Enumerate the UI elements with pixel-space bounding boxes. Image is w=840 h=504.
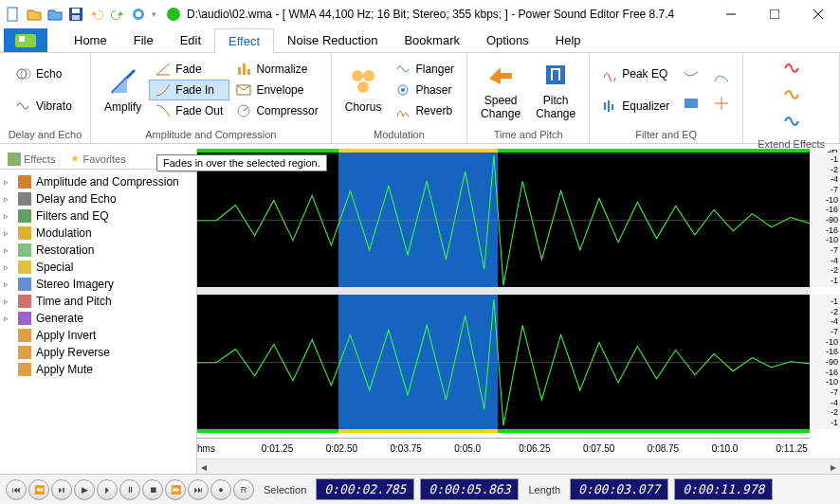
close-button[interactable] [796,0,840,28]
qat-dropdown-icon[interactable]: ▾ [152,9,156,19]
normalize-button[interactable]: Normalize [229,59,324,80]
effects-tab[interactable]: Effects [0,149,63,169]
scroll-right-icon[interactable]: ▸ [827,460,840,474]
expander-icon[interactable]: ▹ [4,228,13,238]
amplify-button[interactable]: Amplify [97,63,149,117]
filter-icon-2[interactable] [682,94,701,113]
tree-item[interactable]: ▹Modulation [2,225,194,242]
fade-out-button[interactable]: Fade Out [149,100,229,121]
expander-icon[interactable]: ▹ [4,245,13,255]
record-icon[interactable] [131,7,146,22]
chorus-button[interactable]: Chorus [338,63,390,117]
effects-tree: ▹Amplitude and Compression▹Delay and Ech… [0,170,196,382]
time-axis: hms0:01.250:02.500:03.750:05.00:06.250:0… [197,438,810,459]
tree-item[interactable]: ▹Generate [2,310,194,327]
tree-item[interactable]: ▹Restoration [2,242,194,259]
transport-btn-8[interactable]: ⏭ [188,479,209,500]
tab-help[interactable]: Help [542,28,594,52]
tree-icon [17,208,32,224]
filter-icon-3[interactable] [712,67,731,86]
expander-icon[interactable]: ▹ [4,262,13,272]
transport-btn-3[interactable]: ▶ [74,479,95,500]
group-filter-eq-label: Filter and EQ [590,127,742,143]
filter-icon-4[interactable] [712,94,731,113]
tree-item[interactable]: Apply Mute [2,361,194,378]
fade-in-icon [155,82,171,98]
title-wrap: D:\audio\02.wma - [ WMA 44,100 Hz; 16 Bi… [162,7,709,22]
fade-in-button[interactable]: Fade In [149,80,229,100]
right-channel[interactable] [197,295,810,429]
tree-item[interactable]: Apply Invert [2,327,194,344]
open-icon[interactable] [27,7,42,22]
h-scrollbar[interactable]: ◂ ▸ [197,459,840,474]
filter-icon-1[interactable] [682,67,701,86]
pitch-change-button[interactable]: Pitch Change [528,56,583,124]
transport-btn-9[interactable]: ● [210,479,231,500]
svg-rect-40 [18,346,31,359]
selection-ruler-bottom[interactable] [197,429,810,433]
transport-btn-0[interactable]: ⏮ [6,479,27,500]
expander-icon[interactable]: ▹ [4,297,13,306]
compressor-button[interactable]: Compressor [229,100,324,121]
scroll-left-icon[interactable]: ◂ [197,460,210,474]
left-channel[interactable] [197,153,810,287]
tree-item[interactable]: ▹Special [2,259,194,276]
tree-icon [17,294,32,309]
transport-btn-2[interactable]: ⏯ [51,479,72,500]
transport-btn-6[interactable]: ⏹ [142,479,163,500]
fade-button[interactable]: Fade [149,59,229,80]
transport-btn-5[interactable]: ⏸ [119,479,140,500]
tree-item[interactable]: ▹Stereo Imagery [2,276,194,293]
tree-item[interactable]: ▹Amplitude and Compression [2,173,194,190]
redo-icon[interactable] [110,7,125,22]
flanger-button[interactable]: Flanger [389,59,461,80]
undo-icon[interactable] [89,7,104,22]
tree-item[interactable]: ▹Filters and EQ [2,207,194,225]
expander-icon[interactable]: ▹ [4,177,13,187]
speed-change-button[interactable]: Speed Change [473,56,528,124]
equalizer-button[interactable]: Equalizer [595,96,676,117]
tree-label: Apply Invert [36,329,96,342]
minimize-button[interactable] [709,0,753,28]
waveform-area: dB -1-2-4-7-10-16-90-16-10-7-4-2-1 -1-2-… [197,149,840,474]
expander-icon[interactable]: ▹ [4,314,13,323]
group-modulation-label: Modulation [332,127,466,143]
expander-icon[interactable]: ▹ [4,194,13,204]
tab-home[interactable]: Home [61,28,120,52]
tree-item[interactable]: ▹Delay and Echo [2,190,194,207]
expander-icon[interactable]: ▹ [4,279,13,289]
vibrato-button[interactable]: Vibrato [9,96,79,117]
extend-icon-1[interactable] [782,59,801,78]
phaser-button[interactable]: Phaser [389,80,461,100]
open2-icon[interactable] [47,7,63,22]
tab-noise-reduction[interactable]: Noise Reduction [274,28,391,52]
echo-button[interactable]: Echo [9,63,68,84]
tab-file[interactable]: File [120,28,167,52]
new-icon[interactable] [6,7,21,22]
maximize-button[interactable] [753,0,796,28]
transport-btn-10[interactable]: R [233,479,254,500]
selection-end: 0:00:05.863 [420,478,519,500]
peak-eq-button[interactable]: Peak EQ [595,63,676,84]
transport-btn-1[interactable]: ⏪ [28,479,49,500]
tree-item[interactable]: Apply Reverse [2,344,194,361]
tab-options[interactable]: Options [473,28,542,52]
svg-rect-35 [18,261,31,274]
reverb-button[interactable]: Reverb [389,100,461,121]
favorites-tab[interactable]: ★Favorites [63,149,133,169]
tab-bookmark[interactable]: Bookmark [391,28,473,52]
speed-icon [485,60,516,90]
tab-effect[interactable]: Effect [214,28,274,53]
tree-label: Modulation [36,226,92,240]
envelope-button[interactable]: Envelope [229,80,324,100]
tree-item[interactable]: ▹Time and Pitch [2,293,194,310]
tab-edit[interactable]: Edit [167,28,214,52]
expander-icon[interactable]: ▹ [4,211,13,221]
save-icon[interactable] [68,7,83,22]
file-tab-button[interactable] [4,28,47,52]
extend-icon-2[interactable] [782,85,801,104]
ribbon-tabs: Home File Edit Effect Noise Reduction Bo… [0,28,840,53]
transport-btn-7[interactable]: ⏩ [165,479,186,500]
transport-btn-4[interactable]: ⏵ [97,479,118,500]
extend-icon-3[interactable] [782,112,801,131]
